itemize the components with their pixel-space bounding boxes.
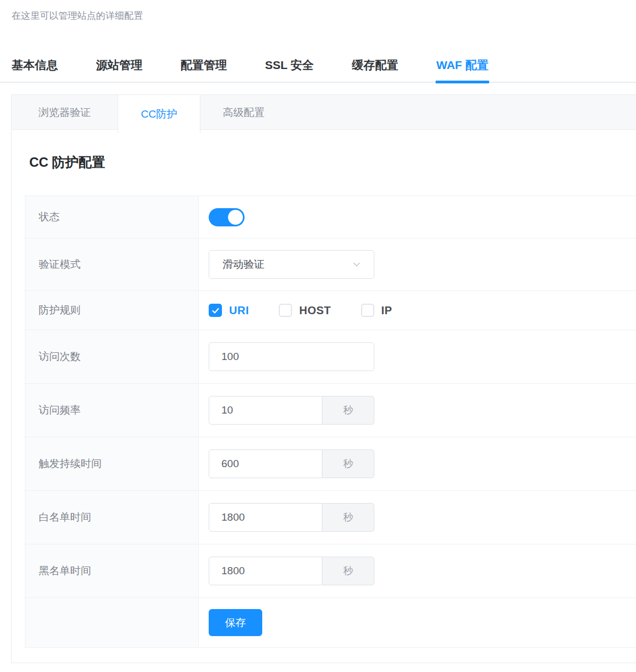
blacklist-time-label: 黑名单时间 bbox=[25, 544, 199, 597]
checkbox-uri-box[interactable] bbox=[209, 304, 222, 317]
main-tab-ssl-security[interactable]: SSL 安全 bbox=[265, 57, 314, 82]
row-status: 状态 bbox=[25, 196, 636, 239]
visit-rate-input[interactable] bbox=[209, 396, 322, 425]
row-save: 保存 bbox=[25, 598, 636, 647]
main-tab-origin-mgmt[interactable]: 源站管理 bbox=[96, 57, 142, 82]
row-blacklist-time: 黑名单时间 秒 bbox=[25, 544, 636, 598]
trigger-duration-unit: 秒 bbox=[322, 449, 374, 478]
sub-tab-browser-verify[interactable]: 浏览器验证 bbox=[12, 95, 118, 130]
visit-count-input[interactable] bbox=[209, 342, 374, 371]
chevron-down-icon bbox=[352, 260, 362, 269]
row-visit-count: 访问次数 bbox=[25, 330, 636, 384]
main-tab-config-mgmt[interactable]: 配置管理 bbox=[181, 57, 227, 82]
whitelist-time-label: 白名单时间 bbox=[25, 491, 199, 544]
save-button[interactable]: 保存 bbox=[209, 609, 262, 636]
checkbox-ip-label: IP bbox=[381, 304, 393, 317]
main-tabs: 基本信息 源站管理 配置管理 SSL 安全 缓存配置 WAF 配置 bbox=[0, 57, 636, 83]
cc-config-form: 状态 验证模式 滑动验证 bbox=[25, 195, 636, 648]
blacklist-time-unit: 秒 bbox=[322, 557, 374, 585]
visit-rate-label: 访问频率 bbox=[25, 384, 199, 437]
page-description: 在这里可以管理站点的详细配置 bbox=[0, 0, 636, 23]
status-toggle[interactable] bbox=[209, 208, 245, 226]
check-icon bbox=[211, 306, 220, 315]
cc-protect-content: CC 防护配置 状态 验证模式 滑动验证 bbox=[12, 154, 636, 663]
section-title: CC 防护配置 bbox=[29, 154, 636, 171]
whitelist-time-input[interactable] bbox=[209, 503, 322, 532]
status-label: 状态 bbox=[25, 196, 199, 238]
visit-count-label: 访问次数 bbox=[25, 330, 199, 383]
save-row-empty-label bbox=[25, 598, 199, 647]
verify-mode-select[interactable]: 滑动验证 bbox=[209, 250, 374, 279]
sub-tab-cc-protect[interactable]: CC防护 bbox=[118, 95, 200, 133]
row-verify-mode: 验证模式 滑动验证 bbox=[25, 239, 636, 291]
checkbox-host-box[interactable] bbox=[279, 304, 292, 317]
checkbox-ip-box[interactable] bbox=[361, 304, 374, 317]
checkbox-ip[interactable]: IP bbox=[361, 304, 393, 317]
trigger-duration-label: 触发持续时间 bbox=[25, 437, 199, 490]
main-tab-cache-config[interactable]: 缓存配置 bbox=[352, 57, 398, 82]
row-visit-rate: 访问频率 秒 bbox=[25, 384, 636, 437]
waf-config-panel: 浏览器验证 CC防护 高级配置 CC 防护配置 状态 验证模式 滑动验证 bbox=[11, 94, 636, 663]
waf-sub-tabs: 浏览器验证 CC防护 高级配置 bbox=[12, 95, 636, 130]
checkbox-uri-label: URI bbox=[229, 304, 249, 317]
trigger-duration-input[interactable] bbox=[209, 449, 322, 478]
verify-mode-label: 验证模式 bbox=[25, 239, 199, 290]
blacklist-time-input[interactable] bbox=[209, 557, 322, 585]
row-trigger-duration: 触发持续时间 秒 bbox=[25, 437, 636, 491]
sub-tab-advanced-config[interactable]: 高级配置 bbox=[200, 95, 287, 130]
main-tab-basic-info[interactable]: 基本信息 bbox=[12, 57, 58, 82]
whitelist-time-unit: 秒 bbox=[322, 503, 374, 532]
verify-mode-value: 滑动验证 bbox=[222, 257, 264, 272]
row-protect-rules: 防护规则 URI HOST bbox=[25, 291, 636, 330]
row-whitelist-time: 白名单时间 秒 bbox=[25, 491, 636, 544]
checkbox-host[interactable]: HOST bbox=[279, 304, 331, 317]
toggle-knob bbox=[228, 210, 243, 225]
main-tab-waf-config[interactable]: WAF 配置 bbox=[436, 57, 489, 82]
visit-rate-unit: 秒 bbox=[322, 396, 374, 425]
protect-rules-label: 防护规则 bbox=[25, 291, 199, 330]
checkbox-host-label: HOST bbox=[299, 304, 331, 317]
checkbox-uri[interactable]: URI bbox=[209, 304, 249, 317]
